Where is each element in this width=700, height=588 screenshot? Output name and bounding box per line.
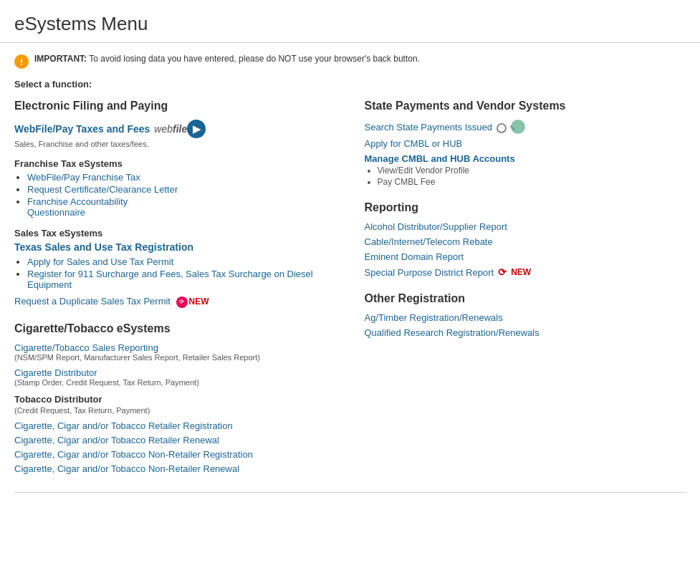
webfile-logo-text: web (154, 123, 173, 135)
cigarette-sales-desc: (NSM/SPM Report, Manufacturer Sales Repo… (14, 353, 336, 362)
main-content: ! IMPORTANT: To avoid losing data you ha… (0, 43, 700, 503)
electronic-filing-section: Electronic Filing and Paying WebFile/Pay… (14, 100, 336, 308)
cigarette-tobacco-section: Cigarette/Tobacco eSystems Cigarette/Tob… (14, 322, 336, 474)
list-item: View/Edit Vendor Profile (378, 165, 686, 175)
bottom-divider (14, 492, 686, 493)
new-badge-special: ⟳NEW (497, 266, 531, 278)
webfile-arrow-icon: ▶ (187, 120, 206, 138)
sales-tax-section: Sales Tax eSystems Texas Sales and Use T… (14, 228, 336, 308)
franchise-tax-title: Franchise Tax eSystems (14, 158, 336, 169)
alcohol-report-link[interactable]: Alcohol Distributor/Supplier Report (365, 221, 686, 232)
webfile-description: Sales, Franchise and other taxes/fees. (14, 140, 336, 148)
sales-tax-list: Apply for Sales and Use Tax Permit Regis… (27, 256, 336, 290)
reporting-title: Reporting (365, 201, 686, 214)
page-container: eSystems Menu ! IMPORTANT: To avoid losi… (0, 0, 700, 503)
duplicate-permit-row: Request a Duplicate Sales Tax Permit ⟳NE… (14, 296, 336, 308)
other-registration-section: Other Registration Ag/Timber Registratio… (365, 292, 686, 338)
new-badge-duplicate: ⟳NEW (176, 296, 209, 307)
franchise-tax-section: Franchise Tax eSystems WebFile/Pay Franc… (14, 158, 336, 218)
left-column: Electronic Filing and Paying WebFile/Pay… (14, 100, 358, 478)
list-item: WebFile/Pay Franchise Tax (27, 172, 336, 183)
special-purpose-link[interactable]: Special Purpose District Report (365, 267, 494, 278)
cigar-retailer-reg-link[interactable]: Cigarette, Cigar and/or Tobacco Retailer… (14, 420, 336, 431)
state-payments-title: State Payments and Vendor Systems (365, 100, 686, 112)
franchise-cert-link[interactable]: Request Certificate/Clearance Letter (27, 184, 178, 195)
cigarette-sales-block: Cigarette/Tobacco Sales Reporting (NSM/S… (14, 342, 336, 362)
tobacco-dist-title: Tobacco Distributor (14, 394, 336, 405)
webfile-logo: webfile ▶ (154, 120, 206, 138)
search-payments-row: Search State Payments Issued (365, 120, 686, 134)
important-bar: ! IMPORTANT: To avoid losing data you ha… (14, 54, 686, 69)
webfile-link[interactable]: WebFile/Pay Taxes and Fees (14, 123, 150, 135)
important-message: IMPORTANT: To avoid losing data you have… (34, 54, 420, 64)
manage-cmbl-block: Manage CMBL and HUB Accounts View/Edit V… (365, 153, 686, 187)
cigarette-dist-link[interactable]: Cigarette Distributor (14, 367, 97, 378)
new-circle-icon: ⟳ (176, 297, 188, 308)
reporting-section: Reporting Alcohol Distributor/Supplier R… (365, 201, 686, 278)
list-item: Pay CMBL Fee (378, 177, 686, 187)
ag-timber-link[interactable]: Ag/Timber Registration/Renewals (365, 312, 686, 323)
tobacco-dist-desc: (Credit Request, Tax Return, Payment) (14, 406, 336, 415)
special-purpose-row: Special Purpose District Report ⟳NEW (365, 266, 686, 278)
list-item: Apply for Sales and Use Tax Permit (27, 256, 336, 267)
search-icon (497, 120, 525, 134)
view-vendor-profile-link[interactable]: View/Edit Vendor Profile (378, 165, 470, 175)
apply-cmbl-link[interactable]: Apply for CMBL or HUB (365, 138, 686, 149)
cable-rebate-link[interactable]: Cable/Internet/Telecom Rebate (365, 236, 686, 247)
webfile-row: WebFile/Pay Taxes and Fees webfile ▶ (14, 120, 336, 138)
apply-sales-permit-link[interactable]: Apply for Sales and Use Tax Permit (27, 256, 173, 267)
list-item: Franchise AccountabilityQuestionnaire (27, 196, 336, 218)
page-title: eSystems Menu (14, 13, 686, 35)
manage-cmbl-list: View/Edit Vendor Profile Pay CMBL Fee (378, 165, 686, 187)
cigarette-dist-desc: (Stamp Order, Credit Request, Tax Return… (14, 378, 336, 387)
sales-tax-title: Sales Tax eSystems (14, 228, 336, 238)
new-circle-icon-2: ⟳ (497, 266, 508, 278)
list-item: Register for 911 Surcharge and Fees, Sal… (27, 269, 336, 290)
two-column-layout: Electronic Filing and Paying WebFile/Pay… (14, 100, 686, 478)
texas-sales-tax-link[interactable]: Texas Sales and Use Tax Registration (14, 241, 193, 253)
state-payments-section: State Payments and Vendor Systems Search… (365, 100, 686, 187)
franchise-accountability-link[interactable]: Franchise AccountabilityQuestionnaire (27, 196, 128, 218)
cigarette-tobacco-title: Cigarette/Tobacco eSystems (14, 322, 336, 335)
other-reg-title: Other Registration (365, 292, 686, 305)
eminent-domain-link[interactable]: Eminent Domain Report (365, 251, 686, 262)
cigar-nonretailer-reg-link[interactable]: Cigarette, Cigar and/or Tobacco Non-Reta… (14, 449, 336, 460)
right-column: State Payments and Vendor Systems Search… (358, 100, 686, 478)
tobacco-dist-block: Tobacco Distributor (Credit Request, Tax… (14, 394, 336, 415)
franchise-tax-list: WebFile/Pay Franchise Tax Request Certif… (27, 172, 336, 218)
pay-cmbl-fee-link[interactable]: Pay CMBL Fee (378, 177, 436, 187)
cigar-retailer-renewal-link[interactable]: Cigarette, Cigar and/or Tobacco Retailer… (14, 435, 336, 445)
select-function-label: Select a function: (14, 79, 686, 90)
cigar-nonretailer-renewal-link[interactable]: Cigarette, Cigar and/or Tobacco Non-Reta… (14, 463, 336, 474)
duplicate-permit-link[interactable]: Request a Duplicate Sales Tax Permit (14, 296, 171, 307)
franchise-webfile-link[interactable]: WebFile/Pay Franchise Tax (27, 172, 140, 183)
manage-cmbl-link[interactable]: Manage CMBL and HUB Accounts (365, 153, 515, 164)
list-item: Request Certificate/Clearance Letter (27, 184, 336, 195)
qualified-research-link[interactable]: Qualified Research Registration/Renewals (365, 327, 686, 338)
search-state-payments-link[interactable]: Search State Payments Issued (365, 122, 492, 132)
electronic-filing-title: Electronic Filing and Paying (14, 100, 336, 112)
webfile-file-text: file (173, 123, 187, 135)
cigarette-sales-link[interactable]: Cigarette/Tobacco Sales Reporting (14, 342, 158, 353)
page-header: eSystems Menu (0, 0, 700, 43)
cigarette-dist-block: Cigarette Distributor (Stamp Order, Cred… (14, 367, 336, 387)
warning-icon: ! (14, 54, 29, 69)
register-911-link[interactable]: Register for 911 Surcharge and Fees, Sal… (27, 269, 313, 290)
